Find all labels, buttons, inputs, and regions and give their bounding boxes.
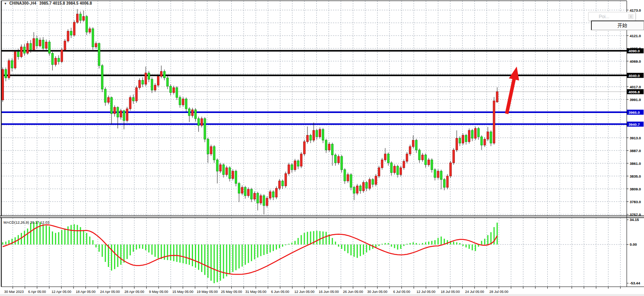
svg-text:18 Jul 05:00: 18 Jul 05:00 xyxy=(441,290,460,294)
svg-text:3940.7: 3940.7 xyxy=(629,122,640,127)
price-line-label: 3965.0 xyxy=(627,110,644,115)
popup-title: Poi... xyxy=(589,14,628,19)
svg-text:4090.0: 4090.0 xyxy=(629,49,640,53)
svg-text:3861.0: 3861.0 xyxy=(630,161,641,166)
svg-text:9 May 05:00: 9 May 05:00 xyxy=(149,290,168,294)
svg-text:3835.0: 3835.0 xyxy=(630,174,641,178)
svg-text:3965.0: 3965.0 xyxy=(629,110,640,115)
svg-text:31 May 05:00: 31 May 05:00 xyxy=(245,290,266,294)
svg-text:3783.0: 3783.0 xyxy=(630,200,641,204)
price-line-label: 4090.0 xyxy=(627,48,644,53)
svg-text:6 Jul 05:00: 6 Jul 05:00 xyxy=(393,290,410,294)
svg-text:16 Jun 05:00: 16 Jun 05:00 xyxy=(319,290,339,294)
svg-text:6 Apr 05:00: 6 Apr 05:00 xyxy=(28,290,46,294)
svg-text:3809.0: 3809.0 xyxy=(630,187,641,191)
start-button[interactable]: 开始 xyxy=(591,21,644,30)
svg-text:34.15: 34.15 xyxy=(630,217,639,222)
svg-text:28 Jul 05:00: 28 Jul 05:00 xyxy=(489,290,508,294)
symbol-dropdown-icon[interactable]: ▼ xyxy=(4,2,7,5)
svg-text:4006.8: 4006.8 xyxy=(629,90,640,94)
ohlc-summary: 3985.7 4015.8 3984.5 4006.8 xyxy=(39,1,92,5)
svg-text:26 Jun 05:00: 26 Jun 05:00 xyxy=(343,290,363,294)
svg-text:3991.0: 3991.0 xyxy=(630,98,641,102)
svg-text:12 Apr 05:00: 12 Apr 05:00 xyxy=(51,290,71,294)
price-line-label: 4040.0 xyxy=(627,73,644,78)
svg-text:4173.0: 4173.0 xyxy=(630,8,641,12)
symbol-timeframe-label: CHINA300-,H4 xyxy=(9,1,36,5)
price-line-label: 4006.8 xyxy=(627,89,644,94)
svg-text:30 Mar 2023: 30 Mar 2023 xyxy=(4,290,24,294)
svg-text:3757.0: 3757.0 xyxy=(630,212,641,217)
close-icon[interactable]: x xyxy=(628,14,634,19)
chart-title-bar: ▼CHINA300-,H43985.7 4015.8 3984.5 4006.8 xyxy=(4,1,92,5)
svg-text:28 Apr 05:00: 28 Apr 05:00 xyxy=(125,290,144,294)
svg-text:18 Apr 05:00: 18 Apr 05:00 xyxy=(76,290,96,294)
svg-text:25 May 05:00: 25 May 05:00 xyxy=(221,290,242,294)
macd-label: MACD(12,26,9) 30.17 12.03 xyxy=(3,220,50,224)
svg-text:4069.0: 4069.0 xyxy=(630,59,641,63)
chart-canvas: MACD(12,26,9) 30.17 12.034173.04147.0412… xyxy=(0,0,644,296)
indicator-popup: Poi... x xyxy=(588,12,635,21)
mt4-chart-window: MACD(12,26,9) 30.17 12.034173.04147.0412… xyxy=(0,0,644,296)
svg-text:15 May 05:00: 15 May 05:00 xyxy=(173,290,194,294)
svg-text:24 Jul 05:00: 24 Jul 05:00 xyxy=(465,290,484,294)
svg-text:4040.0: 4040.0 xyxy=(629,74,640,78)
svg-text:30 Jun 05:00: 30 Jun 05:00 xyxy=(367,290,388,294)
svg-text:4121.0: 4121.0 xyxy=(630,34,641,38)
svg-text:3887.0: 3887.0 xyxy=(630,149,641,153)
popup-title-bar[interactable]: Poi... x xyxy=(588,12,635,21)
svg-text:12 Jul 05:00: 12 Jul 05:00 xyxy=(417,290,436,294)
svg-text:6 Jun 05:00: 6 Jun 05:00 xyxy=(271,290,289,294)
svg-text:3913.0: 3913.0 xyxy=(630,136,641,140)
svg-text:19 May 05:00: 19 May 05:00 xyxy=(196,290,218,294)
svg-text:-53.44: -53.44 xyxy=(630,281,641,285)
svg-text:0.00: 0.00 xyxy=(630,242,637,246)
svg-text:24 Apr 05:00: 24 Apr 05:00 xyxy=(100,290,120,294)
svg-text:12 Jun 05:00: 12 Jun 05:00 xyxy=(294,290,314,294)
price-line-label: 3940.7 xyxy=(627,121,644,127)
svg-text:4017.0: 4017.0 xyxy=(630,85,641,89)
